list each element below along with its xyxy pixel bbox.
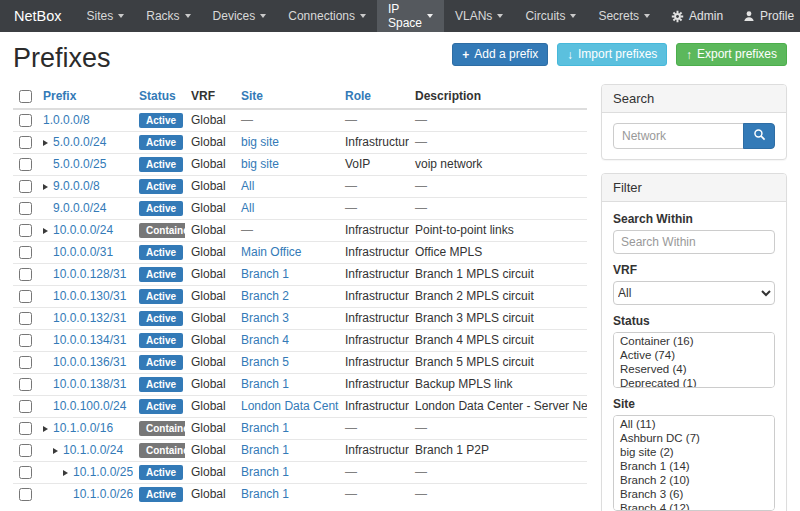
column-header-status[interactable]: Status — [139, 89, 176, 103]
site-link[interactable]: Branch 1 — [241, 377, 289, 391]
row-checkbox[interactable] — [19, 488, 32, 501]
nav-admin[interactable]: Admin — [661, 0, 733, 32]
prefix-link[interactable]: 5.0.0.0/24 — [53, 135, 106, 149]
search-within-input[interactable] — [613, 230, 775, 254]
table-row: 10.0.0.132/31ActiveGlobalBranch 3Infrast… — [13, 308, 587, 330]
site-link[interactable]: Branch 1 — [241, 443, 289, 457]
status-filter-listbox[interactable]: Container (16)Active (74)Reserved (4)Dep… — [613, 332, 775, 388]
prefix-link[interactable]: 10.0.0.136/31 — [53, 355, 126, 369]
nav-item-sites[interactable]: Sites — [76, 0, 136, 32]
prefix-link[interactable]: 10.0.0.128/31 — [53, 267, 126, 281]
filter-option[interactable]: Branch 4 (12) — [614, 501, 774, 511]
filter-option[interactable]: All (11) — [614, 417, 774, 431]
prefix-link[interactable]: 10.0.0.134/31 — [53, 333, 126, 347]
select-all-checkbox[interactable] — [19, 90, 32, 103]
column-header-site[interactable]: Site — [241, 89, 263, 103]
nav-profile[interactable]: Profile — [733, 0, 800, 32]
row-checkbox[interactable] — [19, 312, 32, 325]
prefix-link[interactable]: 5.0.0.0/25 — [53, 157, 106, 171]
row-checkbox[interactable] — [19, 334, 32, 347]
prefix-link[interactable]: 10.1.0.0/26 — [73, 487, 133, 501]
site-link[interactable]: All — [241, 179, 254, 193]
prefix-link[interactable]: 10.1.0.0/24 — [63, 443, 123, 457]
nav-item-racks[interactable]: Racks — [135, 0, 201, 32]
row-checkbox[interactable] — [19, 268, 32, 281]
site-filter-label: Site — [613, 397, 775, 411]
prefix-link[interactable]: 10.0.0.130/31 — [53, 289, 126, 303]
brand[interactable]: NetBox — [0, 0, 76, 32]
site-link[interactable]: Branch 2 — [241, 289, 289, 303]
nav-item-secrets[interactable]: Secrets — [587, 0, 661, 32]
site-link[interactable]: Branch 1 — [241, 487, 289, 501]
vrf-select[interactable]: All — [613, 281, 775, 305]
filter-option[interactable]: Ashburn DC (7) — [614, 431, 774, 445]
row-checkbox[interactable] — [19, 378, 32, 391]
row-checkbox[interactable] — [19, 114, 32, 127]
nav-utility-menu: Admin Profile Log out — [661, 0, 800, 32]
filter-option[interactable]: Active (74) — [614, 348, 774, 362]
nav-item-devices[interactable]: Devices — [202, 0, 278, 32]
status-badge: Active — [139, 267, 183, 282]
prefix-link[interactable]: 10.0.0.0/24 — [53, 223, 113, 237]
site-link[interactable]: Branch 1 — [241, 465, 289, 479]
role-cell: Infrastructure — [339, 330, 409, 352]
table-header-row: Prefix Status VRF Site Role Description — [13, 84, 587, 109]
site-link[interactable]: big site — [241, 157, 279, 171]
filter-option[interactable]: Branch 1 (14) — [614, 459, 774, 473]
filter-option[interactable]: Branch 2 (10) — [614, 473, 774, 487]
site-link[interactable]: All — [241, 201, 254, 215]
site-link[interactable]: Branch 4 — [241, 333, 289, 347]
row-checkbox[interactable] — [19, 136, 32, 149]
filter-option[interactable]: Deprecated (1) — [614, 376, 774, 388]
prefix-link[interactable]: 9.0.0.0/24 — [53, 201, 106, 215]
chevron-down-icon — [570, 14, 576, 18]
nav-item-circuits[interactable]: Circuits — [514, 0, 587, 32]
filter-option[interactable]: Container (16) — [614, 334, 774, 348]
row-checkbox[interactable] — [19, 224, 32, 237]
row-checkbox[interactable] — [19, 466, 32, 479]
filter-option[interactable]: big site (2) — [614, 445, 774, 459]
row-checkbox[interactable] — [19, 180, 32, 193]
expand-caret-icon — [63, 470, 68, 476]
site-link[interactable]: Branch 3 — [241, 311, 289, 325]
export-prefixes-button[interactable]: ↑ Export prefixes — [676, 43, 787, 66]
site-link[interactable]: London Data Center — [241, 399, 339, 413]
row-checkbox[interactable] — [19, 246, 32, 259]
row-checkbox[interactable] — [19, 422, 32, 435]
column-header-prefix[interactable]: Prefix — [43, 89, 76, 103]
prefix-link[interactable]: 10.0.0.132/31 — [53, 311, 126, 325]
prefix-link[interactable]: 1.0.0.0/8 — [43, 113, 90, 127]
site-link[interactable]: Branch 5 — [241, 355, 289, 369]
site-link[interactable]: Main Office — [241, 245, 301, 259]
prefix-link[interactable]: 10.0.100.0/24 — [53, 399, 126, 413]
table-row: 10.1.0.0/25ActiveGlobalBranch 1—— — [13, 462, 587, 484]
nav-item-vlans[interactable]: VLANs — [444, 0, 514, 32]
column-header-role[interactable]: Role — [345, 89, 371, 103]
nav-item-connections[interactable]: Connections — [277, 0, 377, 32]
site-link[interactable]: Branch 1 — [241, 421, 289, 435]
add-prefix-button[interactable]: + Add a prefix — [452, 43, 548, 66]
prefix-link[interactable]: 10.0.0.0/31 — [53, 245, 113, 259]
nav-item-ip-space[interactable]: IP Space — [377, 0, 444, 32]
filter-option[interactable]: Reserved (4) — [614, 362, 774, 376]
filter-option[interactable]: Branch 3 (6) — [614, 487, 774, 501]
prefix-link[interactable]: 10.1.0.0/25 — [73, 465, 133, 479]
vrf-cell: Global — [185, 352, 235, 374]
row-checkbox[interactable] — [19, 158, 32, 171]
site-filter-listbox[interactable]: All (11)Ashburn DC (7)big site (2)Branch… — [613, 415, 775, 511]
site-link[interactable]: Branch 1 — [241, 267, 289, 281]
row-checkbox[interactable] — [19, 356, 32, 369]
row-checkbox[interactable] — [19, 290, 32, 303]
site-link[interactable]: big site — [241, 135, 279, 149]
table-row: 10.0.0.130/31ActiveGlobalBranch 2Infrast… — [13, 286, 587, 308]
prefix-link[interactable]: 10.0.0.138/31 — [53, 377, 126, 391]
row-checkbox[interactable] — [19, 202, 32, 215]
search-input[interactable] — [613, 123, 744, 149]
prefix-link[interactable]: 9.0.0.0/8 — [53, 179, 100, 193]
prefix-link[interactable]: 10.1.0.0/16 — [53, 421, 113, 435]
status-badge: Active — [139, 333, 183, 348]
row-checkbox[interactable] — [19, 444, 32, 457]
row-checkbox[interactable] — [19, 400, 32, 413]
import-prefixes-button[interactable]: ↓ Import prefixes — [557, 43, 667, 66]
search-button[interactable] — [743, 123, 775, 149]
